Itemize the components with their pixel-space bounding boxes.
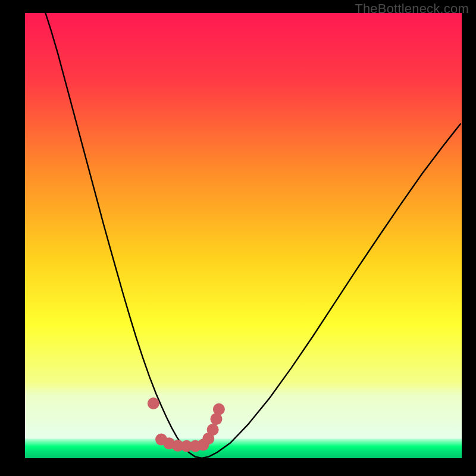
bottleneck-chart	[25, 13, 462, 458]
marker-dot	[207, 424, 219, 436]
marker-dot	[213, 403, 225, 415]
marker-dot	[148, 397, 159, 409]
chart-frame: TheBottleneck.com	[0, 0, 476, 476]
gradient-background	[25, 13, 462, 458]
